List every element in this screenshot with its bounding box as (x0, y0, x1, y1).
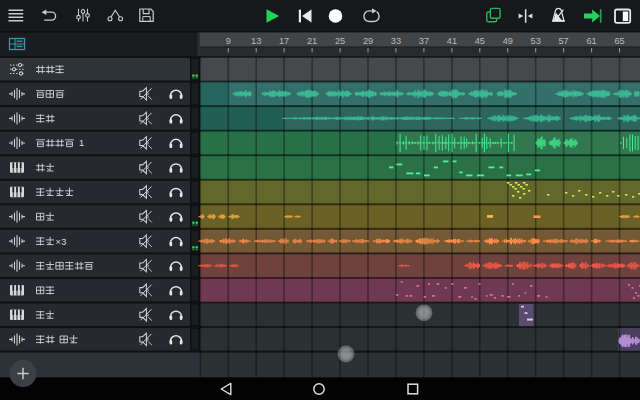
svg-text:21: 21 (307, 36, 317, 46)
svg-text:29: 29 (363, 36, 373, 46)
svg-text:65: 65 (614, 36, 624, 46)
svg-text:37: 37 (419, 36, 429, 46)
svg-text:9: 9 (226, 36, 231, 46)
svg-text:45: 45 (475, 36, 485, 46)
svg-text:57: 57 (558, 36, 568, 46)
svg-text:41: 41 (447, 36, 457, 46)
svg-text:53: 53 (531, 36, 541, 46)
svg-text:61: 61 (586, 36, 596, 46)
svg-text:33: 33 (391, 36, 401, 46)
svg-text:17: 17 (279, 36, 289, 46)
svg-text:3: 3 (61, 237, 66, 247)
svg-text:1: 1 (79, 138, 84, 148)
svg-text:×: × (55, 237, 60, 247)
svg-text:49: 49 (503, 36, 513, 46)
svg-text:25: 25 (335, 36, 345, 46)
svg-text:13: 13 (251, 36, 261, 46)
